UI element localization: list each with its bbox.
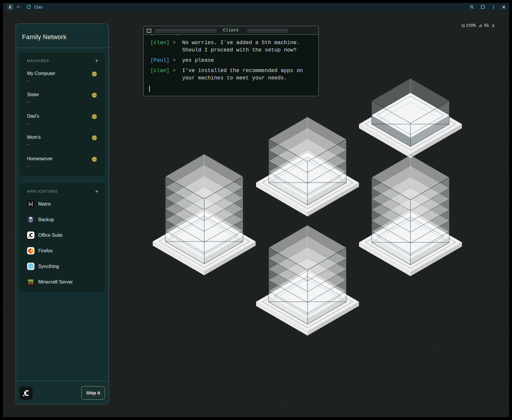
svg-text:m: m (29, 202, 32, 206)
